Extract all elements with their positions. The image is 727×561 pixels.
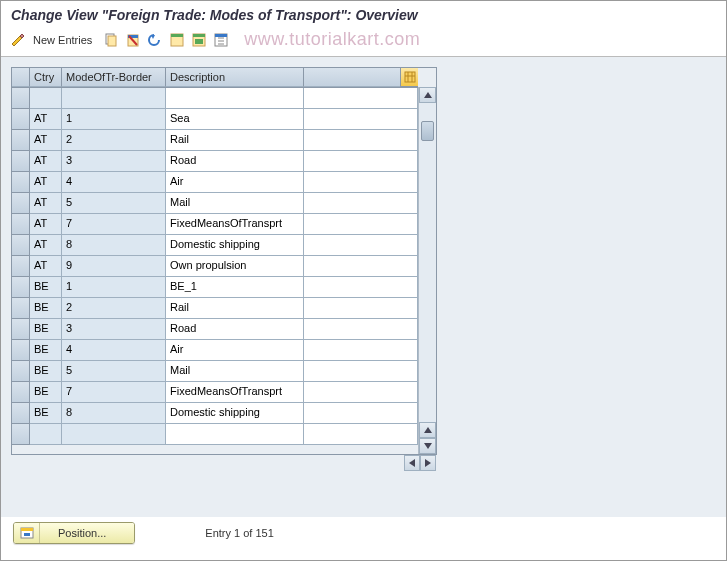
cell-description[interactable]: Air — [166, 340, 304, 361]
table-row[interactable]: BE7FixedMeansOfTransprt — [12, 382, 418, 403]
copy-icon[interactable] — [102, 31, 120, 49]
table-row[interactable]: AT8Domestic shipping — [12, 235, 418, 256]
cell-ctry[interactable]: BE — [30, 340, 62, 361]
row-selector[interactable] — [12, 151, 30, 172]
table-row[interactable]: AT3Road — [12, 151, 418, 172]
cell-mode[interactable]: 1 — [62, 277, 166, 298]
cell-description[interactable]: Rail — [166, 298, 304, 319]
row-selector[interactable] — [12, 319, 30, 340]
cell-description[interactable]: Domestic shipping — [166, 403, 304, 424]
cell-ctry[interactable]: AT — [30, 256, 62, 277]
table-row[interactable]: AT5Mail — [12, 193, 418, 214]
cell-mode[interactable]: 7 — [62, 214, 166, 235]
table-row[interactable]: BE4Air — [12, 340, 418, 361]
cell-mode[interactable]: 2 — [62, 130, 166, 151]
cell-ctry[interactable]: AT — [30, 214, 62, 235]
new-entries-button[interactable]: New Entries — [31, 32, 98, 48]
cell-description[interactable]: Road — [166, 151, 304, 172]
column-header-ctry[interactable]: Ctry — [30, 68, 62, 87]
cell-ctry[interactable]: BE — [30, 298, 62, 319]
scroll-down-button[interactable] — [419, 438, 436, 454]
cell-ctry[interactable]: AT — [30, 151, 62, 172]
cell-mode[interactable]: 8 — [62, 235, 166, 256]
scroll-thumb[interactable] — [421, 121, 434, 141]
cell-mode[interactable]: 7 — [62, 382, 166, 403]
table-row[interactable]: BE8Domestic shipping — [12, 403, 418, 424]
cell-mode[interactable]: 9 — [62, 256, 166, 277]
cell-ctry[interactable]: BE — [30, 382, 62, 403]
row-selector[interactable] — [12, 88, 30, 109]
cell-description[interactable] — [166, 88, 304, 109]
column-header-description[interactable]: Description — [166, 68, 304, 87]
row-selector[interactable] — [12, 256, 30, 277]
table-row[interactable]: BE5Mail — [12, 361, 418, 382]
cell-description[interactable]: Mail — [166, 193, 304, 214]
cell-description[interactable]: Air — [166, 172, 304, 193]
scroll-down-step-button[interactable] — [419, 422, 436, 438]
position-button[interactable]: Position... — [13, 522, 135, 544]
row-selector[interactable] — [12, 361, 30, 382]
cell-ctry[interactable]: AT — [30, 193, 62, 214]
cell-ctry[interactable]: AT — [30, 172, 62, 193]
deselect-all-icon[interactable] — [212, 31, 230, 49]
horizontal-scrollbar[interactable] — [12, 455, 436, 471]
row-selector[interactable] — [12, 193, 30, 214]
cell-description[interactable]: Own propulsion — [166, 256, 304, 277]
table-row[interactable]: BE1BE_1 — [12, 277, 418, 298]
cell-ctry[interactable] — [30, 88, 62, 109]
cell-mode[interactable]: 4 — [62, 172, 166, 193]
cell-description[interactable]: BE_1 — [166, 277, 304, 298]
table-row[interactable]: AT7FixedMeansOfTransprt — [12, 214, 418, 235]
table-row[interactable]: BE3Road — [12, 319, 418, 340]
toggle-display-change-icon[interactable] — [9, 31, 27, 49]
cell-description[interactable]: Rail — [166, 130, 304, 151]
cell-description[interactable]: Domestic shipping — [166, 235, 304, 256]
cell-ctry[interactable]: BE — [30, 361, 62, 382]
table-row[interactable]: AT4Air — [12, 172, 418, 193]
cell-ctry[interactable]: AT — [30, 109, 62, 130]
row-selector[interactable] — [12, 235, 30, 256]
cell-ctry[interactable]: BE — [30, 277, 62, 298]
table-row[interactable]: AT9Own propulsion — [12, 256, 418, 277]
cell-mode[interactable]: 3 — [62, 319, 166, 340]
row-selector[interactable] — [12, 382, 30, 403]
row-selector[interactable] — [12, 130, 30, 151]
cell-mode[interactable]: 4 — [62, 340, 166, 361]
table-row[interactable]: AT2Rail — [12, 130, 418, 151]
row-selector[interactable] — [12, 340, 30, 361]
row-selector[interactable] — [12, 277, 30, 298]
select-block-icon[interactable] — [190, 31, 208, 49]
row-selector[interactable] — [12, 424, 30, 445]
cell-description[interactable]: FixedMeansOfTransprt — [166, 382, 304, 403]
row-selector[interactable] — [12, 109, 30, 130]
cell-mode[interactable]: 2 — [62, 298, 166, 319]
table-row[interactable] — [12, 88, 418, 109]
cell-ctry[interactable]: BE — [30, 403, 62, 424]
cell-description[interactable]: FixedMeansOfTransprt — [166, 214, 304, 235]
cell-description[interactable]: Sea — [166, 109, 304, 130]
scroll-left-button[interactable] — [404, 455, 420, 471]
table-settings-button[interactable] — [400, 68, 418, 87]
row-selector[interactable] — [12, 214, 30, 235]
cell-mode[interactable] — [62, 88, 166, 109]
row-selector[interactable] — [12, 403, 30, 424]
column-header-mode[interactable]: ModeOfTr-Border — [62, 68, 166, 87]
cell-description[interactable]: Road — [166, 319, 304, 340]
row-selector[interactable] — [12, 298, 30, 319]
cell-mode[interactable]: 3 — [62, 151, 166, 172]
cell-mode[interactable]: 8 — [62, 403, 166, 424]
cell-mode[interactable]: 5 — [62, 193, 166, 214]
cell-description[interactable]: Mail — [166, 361, 304, 382]
table-row[interactable]: BE2Rail — [12, 298, 418, 319]
cell-mode[interactable] — [62, 424, 166, 445]
cell-mode[interactable]: 5 — [62, 361, 166, 382]
table-row[interactable] — [12, 424, 418, 445]
cell-mode[interactable]: 1 — [62, 109, 166, 130]
scroll-up-button[interactable] — [419, 87, 436, 103]
vertical-scrollbar[interactable] — [418, 87, 436, 454]
cell-ctry[interactable]: AT — [30, 235, 62, 256]
cell-ctry[interactable]: BE — [30, 319, 62, 340]
cell-description[interactable] — [166, 424, 304, 445]
cell-ctry[interactable] — [30, 424, 62, 445]
cell-ctry[interactable]: AT — [30, 130, 62, 151]
